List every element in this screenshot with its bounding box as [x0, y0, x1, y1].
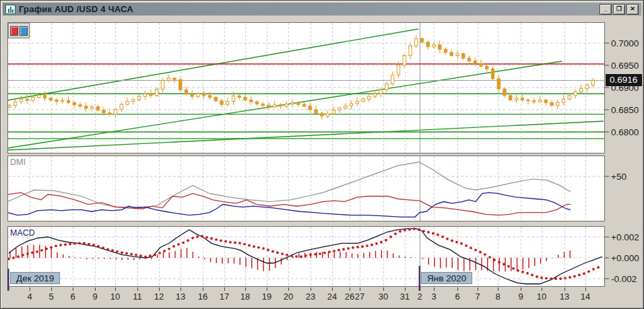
day-label: 26: [345, 291, 354, 302]
close-button[interactable]: ✕: [626, 4, 639, 15]
month-label-dec-2019: Дек 2019: [10, 272, 60, 284]
macd-panel-label: MACD: [10, 228, 35, 238]
day-label: 27: [355, 291, 364, 302]
day-label: 20: [284, 291, 293, 302]
app-window: График AUD /USD 4 ЧАСА _ ❐ ✕ 45691011121…: [0, 0, 644, 309]
month-label-jan-2020: Янв 2020: [421, 272, 472, 284]
day-label: 4: [27, 291, 32, 302]
day-label: 16: [198, 291, 207, 302]
chart-toolbar: [8, 23, 30, 38]
day-label: 3: [431, 291, 436, 302]
svg-text:0.7000: 0.7000: [611, 38, 639, 48]
blue-series-toggle-button[interactable]: [20, 26, 28, 36]
dmi-axis-labels: +50: [605, 172, 626, 182]
day-label: 10: [110, 291, 120, 302]
current-price-badge: 0.6916: [606, 74, 642, 86]
dmi-panel-label: DMI: [10, 158, 26, 167]
price-axis-labels: 0.70000.69500.69000.68500.6800: [605, 38, 639, 137]
day-label: 13: [560, 291, 569, 302]
day-label: 23: [306, 291, 315, 302]
month-marker-jan: [419, 266, 421, 291]
svg-text:0.6800: 0.6800: [611, 127, 639, 137]
day-label: 11: [133, 291, 142, 302]
day-label: 7: [475, 291, 480, 302]
maximize-button[interactable]: ❐: [613, 4, 625, 15]
day-label: 9: [518, 291, 523, 302]
day-label: 14: [581, 291, 590, 302]
day-label: 19: [262, 291, 271, 302]
svg-text:-0.002: -0.002: [611, 274, 637, 284]
minimize-button[interactable]: _: [600, 4, 612, 15]
month-marker-dec: [7, 269, 9, 291]
title-bar: График AUD /USD 4 ЧАСА _ ❐ ✕: [3, 3, 641, 15]
day-label: 6: [70, 291, 75, 302]
chart-canvas[interactable]: 4569101112131617181920232426273031236789…: [1, 15, 644, 309]
macd-axis-labels: +0.002+0.000-0.002: [605, 232, 639, 284]
red-series-toggle-button[interactable]: [10, 26, 18, 36]
day-label: 13: [176, 291, 185, 302]
svg-text:0.6950: 0.6950: [611, 61, 639, 71]
day-label: 18: [240, 291, 250, 302]
window-chart-icon: [5, 5, 15, 14]
day-label: 9: [92, 291, 97, 302]
day-label: 8: [495, 291, 500, 302]
day-label: 24: [327, 291, 337, 302]
window-title: График AUD /USD 4 ЧАСА: [19, 4, 133, 14]
day-label: 10: [537, 291, 546, 302]
svg-text:+0.000: +0.000: [611, 253, 639, 263]
day-label: 5: [49, 291, 53, 302]
svg-text:+50: +50: [611, 172, 626, 182]
day-label: 31: [400, 291, 410, 302]
day-label: 2: [417, 291, 422, 302]
svg-text:+0.002: +0.002: [611, 232, 639, 242]
day-label: 12: [154, 291, 164, 302]
day-label: 6: [455, 291, 459, 302]
time-axis: 4569101112131617181920232426273031236789…: [27, 287, 590, 302]
day-label: 17: [220, 291, 229, 302]
svg-text:0.6850: 0.6850: [611, 105, 639, 115]
day-label: 30: [379, 291, 388, 302]
